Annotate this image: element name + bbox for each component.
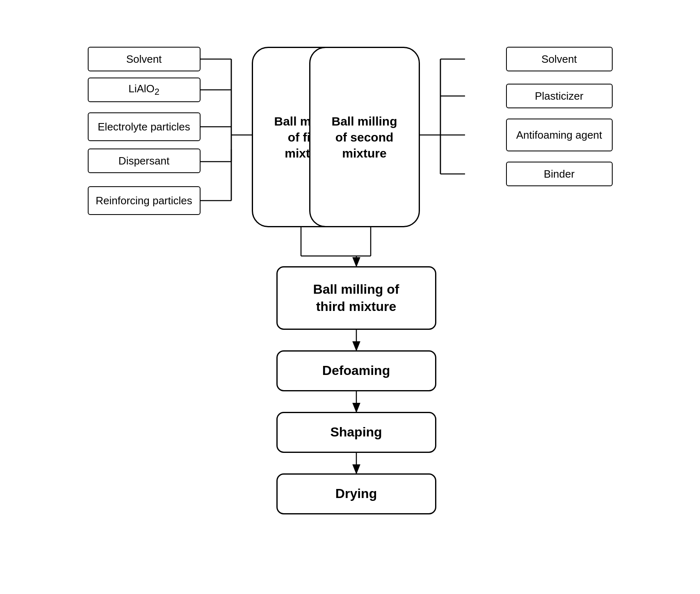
input-plasticizer: Plasticizer bbox=[506, 84, 613, 108]
input-electrolyte: Electrolyte particles bbox=[88, 112, 201, 141]
process-defoaming: Defoaming bbox=[276, 350, 436, 391]
input-solvent-left: Solvent bbox=[88, 47, 201, 71]
input-dispersant: Dispersant bbox=[88, 148, 201, 173]
flowchart-diagram: Solvent LiAlO2 Electrolyte particles Dis… bbox=[63, 14, 637, 580]
process-ball-mill-third: Ball milling of third mixture bbox=[276, 266, 436, 330]
process-shaping: Shaping bbox=[276, 412, 436, 453]
input-antifoaming: Antifoaming agent bbox=[506, 119, 613, 151]
input-liaio2: LiAlO2 bbox=[88, 78, 201, 102]
input-solvent-right: Solvent bbox=[506, 47, 613, 71]
process-drying: Drying bbox=[276, 473, 436, 514]
process-ball-mill-second: Ball milling of second mixture bbox=[309, 47, 420, 227]
input-binder: Binder bbox=[506, 162, 613, 186]
input-reinforcing: Reinforcing particles bbox=[88, 186, 201, 215]
